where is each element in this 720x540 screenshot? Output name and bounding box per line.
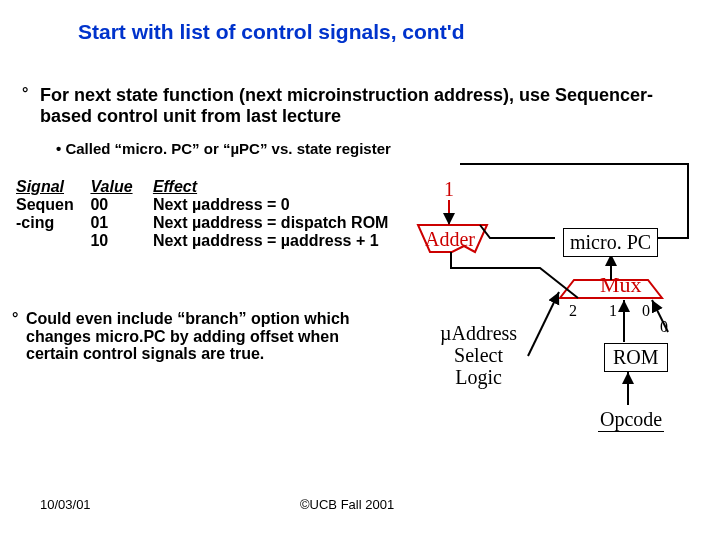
branch-bullet-text: Could even include “branch” option which…	[26, 310, 350, 362]
mux-input-0: 0	[642, 302, 650, 320]
uaddress-select-logic: µAddress Select Logic	[440, 322, 517, 388]
mux-label: Mux	[600, 272, 642, 298]
opcode-label: Opcode	[598, 408, 664, 432]
micropc-box: micro. PC	[563, 228, 658, 257]
svg-line-4	[528, 292, 559, 356]
table-row: 10 Next µaddress = µaddress + 1	[16, 232, 388, 250]
signal-table: Signal Value Effect Sequen 00 Next µaddr…	[16, 178, 388, 250]
main-bullet-text: For next state function (next microinstr…	[40, 85, 653, 126]
table-row: Sequen 00 Next µaddress = 0	[16, 196, 388, 214]
th-signal: Signal	[16, 178, 86, 196]
cell: -cing	[16, 214, 86, 232]
cell: Sequen	[16, 196, 86, 214]
sub-bullet: • Called “micro. PC” or “µPC” vs. state …	[56, 140, 391, 157]
cell: Next µaddress = 0	[153, 196, 290, 214]
slide-title: Start with list of control signals, cont…	[78, 20, 465, 44]
mux-input-1: 1	[609, 302, 617, 320]
footer-copyright: ©UCB Fall 2001	[300, 497, 394, 512]
cell: Next µaddress = µaddress + 1	[153, 232, 379, 250]
cell: 10	[90, 232, 148, 250]
cell: 01	[90, 214, 148, 232]
mux-const-0: 0	[660, 318, 668, 336]
cell: 00	[90, 196, 148, 214]
th-effect: Effect	[153, 178, 197, 196]
footer-date: 10/03/01	[40, 497, 91, 512]
th-value: Value	[90, 178, 148, 196]
sequencer-diagram	[0, 0, 720, 540]
sub-bullet-text: Called “micro. PC” or “µPC” vs. state re…	[65, 140, 390, 157]
mux-input-2: 2	[569, 302, 577, 320]
branch-bullet: ° Could even include “branch” option whi…	[26, 310, 386, 363]
adder-one-input: 1	[444, 178, 454, 201]
table-row: -cing 01 Next µaddress = dispatch ROM	[16, 214, 388, 232]
rom-box: ROM	[604, 343, 668, 372]
adder-label: Adder	[425, 228, 475, 251]
cell: Next µaddress = dispatch ROM	[153, 214, 389, 232]
main-bullet: ° For next state function (next microins…	[40, 85, 680, 126]
